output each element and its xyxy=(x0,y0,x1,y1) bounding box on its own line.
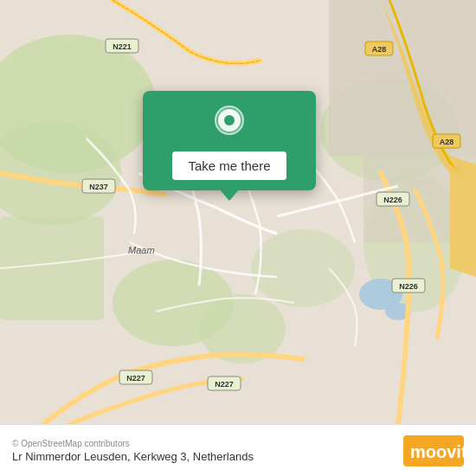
moovit-logo: moovit xyxy=(403,435,464,466)
popup-card: Take me there xyxy=(143,91,316,190)
attribution-text: © OpenStreetMap contributors xyxy=(12,439,254,448)
footer: © OpenStreetMap contributors Lr Nimmerdo… xyxy=(0,424,476,476)
svg-text:A28: A28 xyxy=(372,45,387,54)
svg-text:N227: N227 xyxy=(215,380,234,389)
svg-text:A28: A28 xyxy=(440,138,454,146)
svg-text:N221: N221 xyxy=(113,42,132,51)
svg-point-33 xyxy=(224,115,235,125)
map-background: N221 N237 A28 A28 N226 N226 N227 N227 Ma… xyxy=(0,0,476,424)
location-pin-icon xyxy=(214,105,245,143)
svg-text:moovit: moovit xyxy=(410,442,464,461)
svg-rect-11 xyxy=(329,0,476,156)
svg-point-6 xyxy=(251,229,355,307)
take-me-there-button[interactable]: Take me there xyxy=(172,151,286,180)
svg-text:N226: N226 xyxy=(399,282,418,291)
map-container: N221 N237 A28 A28 N226 N226 N227 N227 Ma… xyxy=(0,0,476,424)
svg-rect-3 xyxy=(0,216,104,320)
footer-left: © OpenStreetMap contributors Lr Nimmerdo… xyxy=(12,439,254,463)
svg-text:N237: N237 xyxy=(89,183,108,191)
location-icon-wrap xyxy=(210,105,248,143)
svg-text:N227: N227 xyxy=(126,374,145,383)
location-name: Lr Nimmerdor Leusden, Kerkweg 3, Netherl… xyxy=(12,450,254,463)
moovit-logo-svg: moovit xyxy=(403,435,464,466)
svg-text:N226: N226 xyxy=(383,196,402,204)
svg-text:Maam: Maam xyxy=(128,245,155,255)
